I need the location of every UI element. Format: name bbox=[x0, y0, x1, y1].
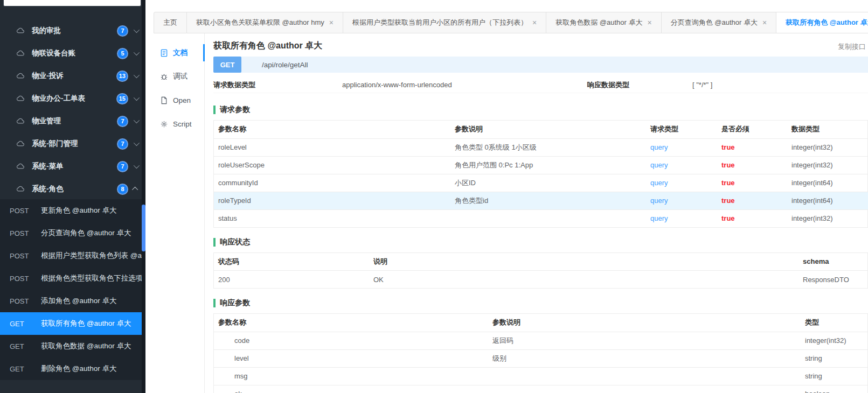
table-header-row: 参数名称 参数说明 类型 bbox=[214, 314, 868, 332]
status-schema: ResponseDTO bbox=[798, 271, 868, 289]
doctab-label: 文档 bbox=[173, 48, 188, 58]
param-name: code bbox=[214, 332, 488, 349]
api-group-sidebar: 我的审批 7 物联设备台账 5 物业-投诉 13 物业办公-工单表 15 物业管… bbox=[0, 0, 145, 393]
count-badge: 15 bbox=[116, 93, 128, 104]
param-in: query bbox=[646, 192, 717, 209]
response-status-table: 状态码 说明 schema 200 OK ResponseDTO bbox=[214, 253, 868, 289]
param-desc bbox=[488, 385, 801, 393]
sidebar-group-my-approval[interactable]: 我的审批 7 bbox=[0, 19, 145, 42]
sidebar-group-sys-department[interactable]: 系统-部门管理 7 bbox=[0, 132, 145, 155]
close-icon[interactable]: × bbox=[532, 18, 537, 27]
close-icon[interactable]: × bbox=[329, 18, 334, 27]
op-label: 更新角色 @author 卓大 bbox=[41, 206, 116, 215]
sidebar-group-sys-role[interactable]: 系统-角色 8 bbox=[0, 178, 145, 200]
tab-label: 分页查询角色 @author 卓大 bbox=[671, 18, 758, 27]
param-desc: 返回码 bbox=[488, 332, 801, 349]
tab-page-query-role[interactable]: 分页查询角色 @author 卓大 × bbox=[662, 12, 776, 33]
col-required: 是否必须 bbox=[717, 121, 787, 138]
col-status-desc: 说明 bbox=[369, 253, 798, 271]
sidebar-op-add-role[interactable]: POST 添加角色 @author 卓大 bbox=[0, 290, 142, 312]
tab-script[interactable]: Script bbox=[145, 112, 204, 136]
sidebar-group-sys-menu[interactable]: 系统-菜单 7 bbox=[0, 155, 145, 178]
tab-open[interactable]: Open bbox=[145, 88, 204, 112]
close-icon[interactable]: × bbox=[762, 18, 767, 27]
chevron-down-icon bbox=[134, 140, 140, 146]
cloud-api-icon bbox=[16, 26, 25, 36]
close-icon[interactable]: × bbox=[648, 18, 652, 27]
sidebar-op-role-list-by-usertype[interactable]: POST 根据用户类型获取角色列表 @auth bbox=[0, 244, 142, 267]
bug-icon bbox=[160, 73, 168, 81]
count-badge: 5 bbox=[117, 48, 128, 59]
op-label: 分页查询角色 @author 卓大 bbox=[41, 228, 131, 238]
sidebar-group-work-orders[interactable]: 物业办公-工单表 15 bbox=[0, 87, 145, 110]
table-row: roleUserScope 角色用户范围 0:Pc 1:App query tr… bbox=[214, 156, 868, 174]
param-type: string bbox=[801, 367, 868, 385]
count-badge: 7 bbox=[117, 138, 128, 150]
tab-get-role-data[interactable]: 获取角色数据 @author 卓大 × bbox=[546, 12, 661, 33]
chevron-down-icon bbox=[134, 27, 140, 33]
sidebar-group-label: 系统-部门管理 bbox=[32, 139, 117, 149]
col-param-desc: 参数说明 bbox=[488, 314, 801, 332]
response-params-section-title: 响应参数 bbox=[213, 298, 868, 308]
table-header-row: 参数名称 参数说明 请求类型 是否必须 数据类型 bbox=[214, 121, 868, 138]
sidebar-group-label: 物业管理 bbox=[32, 116, 117, 126]
param-desc: 级别 bbox=[488, 349, 801, 367]
tab-debug[interactable]: 调试 bbox=[145, 65, 204, 88]
doctab-label: Script bbox=[173, 120, 192, 128]
param-desc: 角色用户范围 0:Pc 1:App bbox=[450, 156, 646, 174]
param-type: string bbox=[801, 349, 868, 367]
op-label: 根据用户类型获取角色列表 @auth bbox=[41, 251, 142, 261]
cloud-api-icon bbox=[16, 72, 25, 81]
tab-home[interactable]: 主页 bbox=[154, 12, 187, 33]
response-params-table: 参数名称 参数说明 类型 code 返回码 integer(int32) lev… bbox=[214, 314, 868, 393]
op-label: 删除角色 @author 卓大 bbox=[41, 364, 116, 374]
http-method-label: POST bbox=[10, 252, 41, 260]
sidebar-group-label: 系统-角色 bbox=[32, 184, 117, 194]
sidebar-group-label: 物联设备台账 bbox=[32, 48, 117, 58]
tab-get-all-roles[interactable]: 获取所有角色 @author 卓大 × bbox=[776, 12, 868, 33]
col-schema: schema bbox=[798, 253, 868, 271]
sidebar-group-iot-devices[interactable]: 物联设备台账 5 bbox=[0, 42, 145, 65]
table-row: code 返回码 integer(int32) bbox=[214, 332, 868, 349]
http-method-label: POST bbox=[10, 297, 41, 305]
param-name: roleLevel bbox=[214, 138, 450, 156]
sidebar-op-page-query-role[interactable]: POST 分页查询角色 @author 卓大 bbox=[0, 222, 142, 244]
param-in: query bbox=[646, 156, 717, 174]
cloud-api-icon bbox=[16, 162, 25, 171]
sidebar-op-get-role-data[interactable]: GET 获取角色数据 @author 卓大 bbox=[0, 335, 142, 357]
chevron-down-icon bbox=[134, 163, 140, 169]
http-method-label: POST bbox=[10, 229, 41, 237]
op-label: 添加角色 @author 卓大 bbox=[41, 296, 116, 306]
http-method-label: POST bbox=[10, 275, 41, 283]
param-type: integer(int64) bbox=[787, 174, 868, 192]
sidebar-group-label: 物业-投诉 bbox=[32, 71, 116, 81]
sidebar-op-role-options-by-roletype[interactable]: POST 根据角色类型获取角色下拉选项 @ bbox=[0, 267, 142, 290]
content-type-row: 请求数据类型 application/x-www-form-urlencoded… bbox=[213, 77, 868, 93]
tab-get-community-role-menu-perms[interactable]: 获取小区角色关联菜单权限 @author hmy × bbox=[187, 12, 343, 33]
col-param-name: 参数名称 bbox=[214, 121, 450, 138]
sidebar-group-complaints[interactable]: 物业-投诉 13 bbox=[0, 65, 145, 87]
chevron-down-icon bbox=[134, 95, 140, 101]
tab-get-users-dropdown[interactable]: 根据用户类型获取当前用户小区的所有用户（下拉列表） × bbox=[343, 12, 546, 33]
param-name: communityId bbox=[214, 174, 450, 192]
doctab-label: Open bbox=[173, 96, 191, 104]
sidebar-group-label: 我的审批 bbox=[32, 26, 117, 36]
param-required: true bbox=[717, 138, 787, 156]
sidebar-group-property-mgmt[interactable]: 物业管理 7 bbox=[0, 110, 145, 132]
copy-api-link[interactable]: 复制接口 bbox=[838, 42, 866, 52]
sidebar-op-get-all-roles[interactable]: GET 获取所有角色 @author 卓大 bbox=[0, 312, 142, 335]
status-code: 200 bbox=[214, 271, 369, 289]
chevron-down-icon bbox=[134, 117, 140, 123]
sidebar-group-label: 系统-菜单 bbox=[32, 162, 117, 171]
sidebar-scrollbar-thumb[interactable] bbox=[142, 205, 145, 251]
sidebar-op-update-role[interactable]: POST 更新角色 @author 卓大 bbox=[0, 199, 142, 222]
param-required: true bbox=[717, 209, 787, 227]
tab-docs[interactable]: 文档 bbox=[145, 41, 204, 65]
count-badge: 7 bbox=[117, 116, 128, 127]
col-param-name: 参数名称 bbox=[214, 314, 488, 332]
section-accent-bar bbox=[213, 299, 216, 307]
sidebar-search-input[interactable] bbox=[3, 0, 141, 6]
op-label: 获取所有角色 @author 卓大 bbox=[41, 319, 131, 328]
sidebar-op-delete-role[interactable]: GET 删除角色 @author 卓大 bbox=[0, 357, 142, 380]
document-text-icon bbox=[160, 49, 168, 57]
